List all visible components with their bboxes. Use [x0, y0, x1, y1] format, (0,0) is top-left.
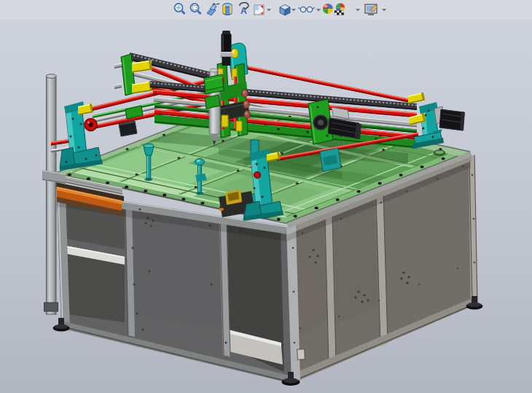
svg-text:A: A — [240, 6, 247, 16]
